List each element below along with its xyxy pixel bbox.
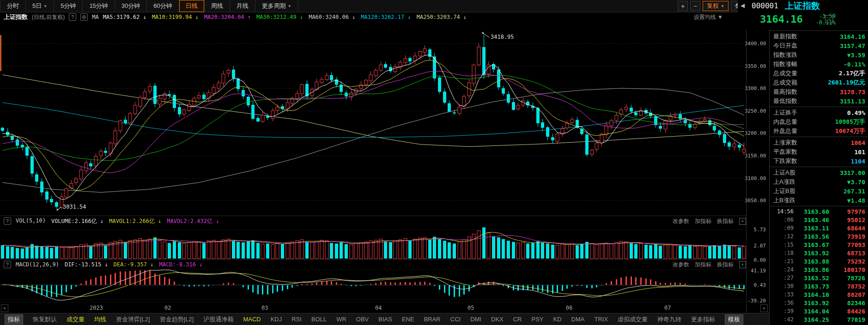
field-value: 3157.47: [840, 42, 865, 49]
indicator-tab-BOLL[interactable]: BOLL: [311, 316, 327, 323]
field-label: 上涨家数: [773, 138, 797, 147]
indicator-tab-资金博弈[L2][interactable]: 资金博弈[L2]: [116, 315, 150, 324]
tick-row: :093163.1168644: [770, 224, 868, 232]
axis-divider: [746, 12, 747, 313]
indicator-tab-BIAS[interactable]: BIAS: [378, 316, 392, 323]
back-arrow-icon[interactable]: ◀: [741, 2, 745, 9]
tick-row: :273163.5278726: [770, 274, 868, 282]
field-label: 最高指数: [773, 88, 797, 96]
field-label: 平盘家数: [773, 148, 797, 156]
help-icon[interactable]: ?: [4, 217, 11, 225]
indicator-tab-DMA[interactable]: DMA: [571, 316, 585, 323]
volume-pane-header: ? VOL(5,10)VOLUME:2.166亿 ↓MAVOL1:2.266亿 …: [0, 217, 750, 225]
scroll-left-button[interactable]: «: [1, 304, 8, 312]
field-label: 总成交额: [773, 78, 797, 87]
field-value: 267.31: [844, 188, 865, 195]
kline-chart-canvas[interactable]: [0, 0, 769, 325]
indicator-tab-更多指标[interactable]: 更多指标: [691, 315, 715, 324]
scroll-right-button[interactable]: »: [760, 304, 768, 312]
quote-field-row: 外盘总量10674万手: [770, 126, 868, 136]
quote-field-row: 指数涨幅-0.11%: [770, 60, 868, 69]
help-icon[interactable]: ?: [4, 261, 11, 268]
pane-button-换指标[interactable]: 换指标: [717, 261, 734, 269]
price-tick-label: 3100.00: [745, 175, 766, 181]
indicator-tab-恢复默认[interactable]: 恢复默认: [33, 315, 57, 324]
indicator-tab-虚拟成交量[interactable]: 虚拟成交量: [618, 315, 648, 324]
price-tick-label: 3250.00: [745, 108, 766, 114]
field-label: 内盘总量: [773, 118, 797, 126]
field-label: 总成交量: [773, 69, 797, 78]
pane-button-加指标[interactable]: 加指标: [695, 217, 711, 225]
time-axis: « 2023020304050607 »: [0, 303, 769, 313]
indicator-tab-DMI[interactable]: DMI: [470, 316, 481, 323]
quote-field-row: 平盘家数101: [770, 147, 868, 156]
indicator-value: MAVOL2:2.432亿 ↓: [167, 217, 219, 225]
indicator-tab-PSY[interactable]: PSY: [532, 316, 544, 323]
indicator-tab-指标[interactable]: 指标: [5, 314, 23, 325]
time-axis-label: 02: [164, 305, 171, 311]
indicator-tab-ENE[interactable]: ENE: [402, 316, 414, 323]
macd-tick-label: 0.43: [745, 282, 766, 288]
indicator-value: DEA:-9.357 ↓: [114, 261, 154, 268]
volume-values: VOL(5,10)VOLUME:2.166亿 ↓MAVOL1:2.266亿 ↓M…: [16, 217, 219, 225]
trading-terminal: { "top_toolbar": { "left_items": [ {"lab…: [0, 0, 868, 325]
pane-button-换指标[interactable]: 换指标: [717, 217, 734, 225]
indicator-tab-DKX[interactable]: DKX: [491, 316, 504, 323]
indicator-tab-BRAR[interactable]: BRAR: [424, 316, 441, 323]
field-label: 今日开盘: [773, 42, 797, 50]
indicator-tab-KDJ[interactable]: KDJ: [271, 316, 282, 323]
indicator-tab-沪股通净额[interactable]: 沪股通净额: [203, 315, 233, 324]
minimize-button[interactable]: −: [825, 15, 833, 23]
field-value: 3151.13: [840, 98, 865, 105]
stock-code: 000001: [752, 1, 778, 10]
field-value: 1064: [851, 139, 865, 146]
indicator-toolbar: 指标恢复默认成交量均线资金博弈[L2]资金趋势[L2]沪股通净额MACDKDJR…: [0, 313, 774, 325]
tick-row: :243163.86100170: [770, 265, 868, 274]
quote-field-row: 今日开盘3157.47: [770, 41, 868, 50]
indicator-tab-OBV[interactable]: OBV: [356, 316, 369, 323]
field-value: 101: [855, 149, 865, 156]
field-value: ▼3.59: [847, 52, 865, 59]
pane-button-改参数[interactable]: 改参数: [673, 217, 689, 225]
indicator-tab-神奇九转[interactable]: 神奇九转: [657, 315, 681, 324]
close-icon[interactable]: ×: [739, 218, 746, 225]
price-tick-label: 3300.00: [745, 85, 766, 91]
pane-divider: [0, 259, 746, 260]
indicator-tab-TRIX[interactable]: TRIX: [594, 316, 608, 323]
field-label: 最新指数: [773, 32, 797, 41]
time-axis-label: 2023: [90, 305, 103, 311]
field-label: 指数涨跌: [773, 51, 797, 59]
indicator-tab-CR[interactable]: CR: [513, 316, 522, 323]
field-label: 上B涨跌: [773, 196, 795, 205]
tick-row: :423164.2577019: [770, 315, 868, 324]
tick-row: :303163.7378752: [770, 282, 868, 290]
time-axis-label: 07: [664, 305, 671, 311]
field-value: 1104: [851, 158, 865, 165]
indicator-tab-CCI[interactable]: CCI: [450, 316, 461, 323]
macd-tick-label: 41.19: [745, 268, 766, 274]
quote-field-row: 总成交量2.17亿手: [770, 69, 868, 78]
macd-pane-header: ? MACD(12,26,9)DIF:-13.515 ↓DEA:-9.357 ↓…: [0, 260, 750, 269]
tick-list[interactable]: 14:563163.6097976:063163.4695012:093163.…: [770, 207, 868, 324]
field-value: 2601.19亿元: [828, 78, 865, 87]
field-label: 上证A股: [773, 169, 795, 177]
time-axis-label: 05: [467, 305, 474, 311]
field-label: 外盘总量: [773, 127, 797, 135]
indicator-tab-均线[interactable]: 均线: [94, 315, 106, 324]
indicator-tab-MACD[interactable]: MACD: [243, 316, 261, 323]
indicator-tab-WR[interactable]: WR: [336, 316, 346, 323]
quote-field-row: 上涨家数1064: [770, 138, 868, 147]
indicator-tab-资金趋势[L2][interactable]: 资金趋势[L2]: [160, 315, 194, 324]
stock-name[interactable]: 上证指数: [785, 0, 820, 12]
quote-field-row: 总成交额2601.19亿元: [770, 78, 868, 87]
indicator-tab-模板[interactable]: 模板: [725, 314, 743, 325]
pane-button-加指标[interactable]: 加指标: [695, 261, 711, 269]
indicator-tab-成交量[interactable]: 成交量: [67, 315, 85, 324]
indicator-value: MACD:-8.316 ↓: [159, 261, 203, 268]
vol-tick-label: 0.00: [745, 257, 766, 263]
indicator-tab-KD[interactable]: KD: [553, 316, 562, 323]
pane-button-改参数[interactable]: 改参数: [673, 261, 689, 269]
quote-field-row: 下跌家数1104: [770, 156, 868, 166]
indicator-tab-RSI[interactable]: RSI: [291, 316, 302, 323]
time-axis-label: 06: [566, 305, 572, 311]
